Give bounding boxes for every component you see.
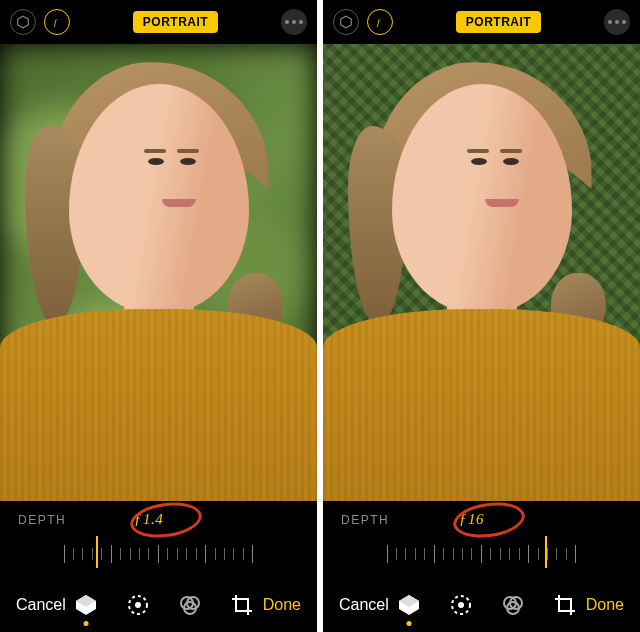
portrait-lighting-hex-icon[interactable]: [333, 9, 359, 35]
more-icon[interactable]: [604, 9, 630, 35]
screen-right: f PORTRAIT: [323, 0, 640, 632]
subject-person: [0, 44, 317, 501]
depth-label: DEPTH: [18, 513, 66, 527]
portrait-lighting-tool-icon[interactable]: [73, 592, 99, 618]
slider-marker: [96, 536, 98, 568]
crop-tool-icon[interactable]: [229, 592, 255, 618]
aperture-value: ƒ16: [459, 511, 484, 528]
bottom-toolbar: Cancel Done: [323, 582, 640, 632]
top-bar: f PORTRAIT: [0, 0, 317, 44]
subject-person: [323, 44, 640, 501]
filters-tool-icon[interactable]: [500, 592, 526, 618]
svg-text:f: f: [54, 17, 58, 27]
svg-marker-0: [18, 16, 29, 28]
depth-controls: DEPTH ƒ16: [323, 501, 640, 582]
portrait-lighting-tool-icon[interactable]: [396, 592, 422, 618]
aperture-f-icon[interactable]: f: [44, 9, 70, 35]
depth-controls: DEPTH ƒ1.4: [0, 501, 317, 582]
svg-text:f: f: [377, 17, 381, 27]
depth-slider[interactable]: [387, 536, 577, 576]
crop-tool-icon[interactable]: [552, 592, 578, 618]
svg-marker-9: [341, 16, 352, 28]
mode-badge: PORTRAIT: [456, 11, 541, 33]
svg-point-5: [135, 602, 141, 608]
mode-badge: PORTRAIT: [133, 11, 218, 33]
photo-preview: [323, 44, 640, 501]
top-bar: f PORTRAIT: [323, 0, 640, 44]
more-icon[interactable]: [281, 9, 307, 35]
svg-point-14: [458, 602, 464, 608]
slider-marker: [545, 536, 547, 568]
cancel-button[interactable]: Cancel: [339, 596, 389, 614]
aperture-value: ƒ1.4: [134, 511, 163, 528]
done-button[interactable]: Done: [263, 596, 301, 614]
done-button[interactable]: Done: [586, 596, 624, 614]
depth-label: DEPTH: [341, 513, 389, 527]
filters-tool-icon[interactable]: [177, 592, 203, 618]
screen-left: f PORTRAIT: [0, 0, 317, 632]
portrait-lighting-hex-icon[interactable]: [10, 9, 36, 35]
cancel-button[interactable]: Cancel: [16, 596, 66, 614]
adjust-tool-icon[interactable]: [448, 592, 474, 618]
bottom-toolbar: Cancel Done: [0, 582, 317, 632]
aperture-f-icon[interactable]: f: [367, 9, 393, 35]
depth-slider[interactable]: [64, 536, 254, 576]
photo-preview: [0, 44, 317, 501]
adjust-tool-icon[interactable]: [125, 592, 151, 618]
